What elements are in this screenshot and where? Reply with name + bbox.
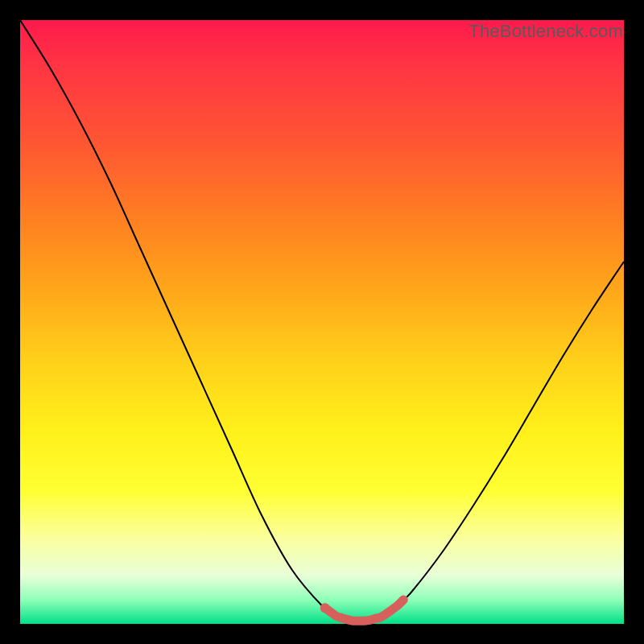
watermark-text: TheBottleneck.com [469, 21, 623, 42]
bottleneck-curve [20, 20, 624, 624]
highlight-start-dot [320, 603, 330, 613]
chart-canvas [20, 20, 624, 624]
curve-path [20, 20, 624, 621]
optimal-highlight [325, 600, 404, 621]
